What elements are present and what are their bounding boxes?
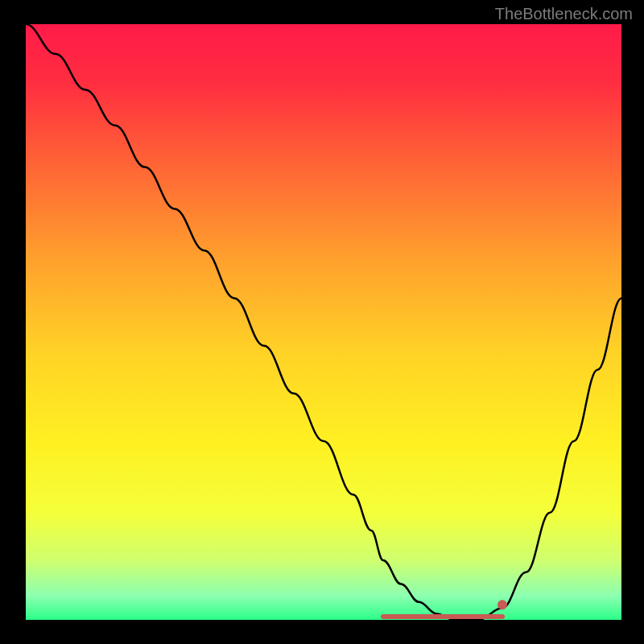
chart-svg: [26, 24, 621, 620]
end-marker-dot: [497, 600, 507, 609]
chart-plot-area: [26, 24, 621, 620]
watermark-text: TheBottleneck.com: [495, 5, 633, 23]
gradient-background: [26, 24, 621, 620]
